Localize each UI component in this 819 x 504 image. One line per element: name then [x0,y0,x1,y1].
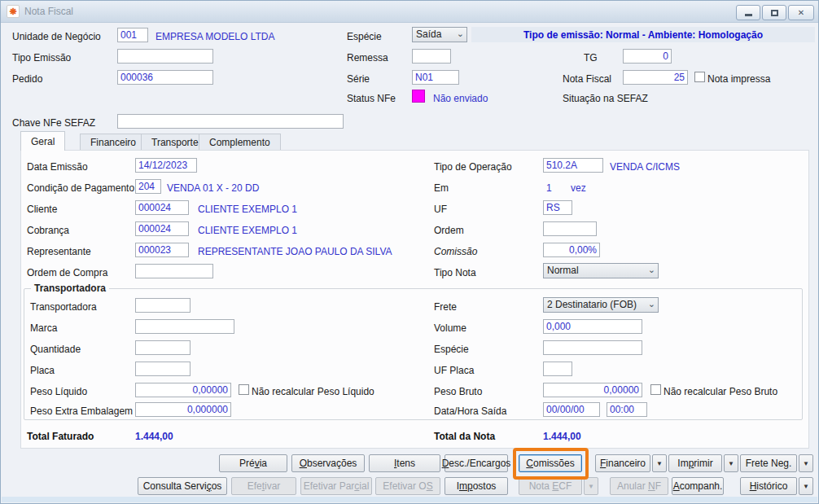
app-icon: ❋ [7,5,20,18]
peso-bruto-field[interactable] [543,383,642,397]
especie-transporte-label: Espécie [434,344,469,355]
pedido-field[interactable] [117,70,213,85]
itens-button[interactable]: Itens [369,454,440,472]
desc-encargos-button[interactable]: Desc./Encargos [445,454,508,472]
representante-field[interactable] [135,243,189,257]
historico-button[interactable]: Histórico [740,477,797,495]
frete-neg-button[interactable]: Frete Neg. [740,454,797,472]
unidade-field[interactable] [117,28,148,42]
nao-recalcular-peso-liquido-checkbox[interactable] [239,384,249,395]
peso-liquido-field[interactable] [135,383,231,397]
chevron-down-icon: ⌄ [648,265,655,275]
dropdown-arrow-icon: ▼ [656,460,663,467]
data-hora-saida-label: Data/Hora Saída [434,405,506,417]
acompanh-button[interactable]: Acompanh. [672,477,724,495]
ordem-label: Ordem [434,225,464,236]
maximize-button[interactable] [762,5,786,20]
consulta-servicos-button[interactable]: Consulta Serviços [138,477,227,495]
data-emissao-field[interactable] [135,158,197,173]
anular-nf-button: Anular NF [610,477,668,495]
tab-financeiro[interactable]: Financeiro [80,134,147,151]
nota-impressa-label: Nota impressa [707,73,770,85]
tab-complemento[interactable]: Complemento [199,134,281,151]
cobranca-label: Cobrança [27,225,69,236]
imprimir-dropdown-button[interactable]: ▼ [724,454,738,472]
maximize-icon [771,10,778,16]
cobranca-field[interactable] [135,221,189,236]
dropdown-arrow-icon: ▼ [803,460,809,467]
comissoes-button[interactable]: Comissões [519,454,582,472]
efetivar-parcial-button: Efetivar Parcial [300,477,372,495]
frete-label: Frete [434,301,457,313]
data-saida-field[interactable] [543,402,600,417]
peso-extra-label: Peso Extra Embalagem [30,405,133,417]
chevron-down-icon: ⌄ [457,28,464,39]
serie-field[interactable] [412,70,459,85]
dropdown-arrow-icon: ▼ [588,483,594,490]
tipo-emissao-field[interactable] [117,49,213,64]
financeiro-dropdown-button[interactable]: ▼ [652,454,667,472]
quantidade-field[interactable] [135,340,191,355]
chave-nfe-label: Chave NFe SEFAZ [12,117,95,129]
peso-extra-field[interactable] [135,402,231,417]
especie-label: Espécie [347,31,382,42]
minimize-button[interactable] [736,5,760,20]
especie-select[interactable]: Saída⌄ [412,27,467,42]
uf-field[interactable] [543,200,572,215]
placa-label: Placa [30,365,55,376]
uf-placa-field[interactable] [543,362,572,376]
observacoes-button[interactable]: Observações [291,454,365,472]
peso-liquido-label: Peso Líquido [30,386,87,397]
frete-neg-dropdown-button[interactable]: ▼ [799,454,813,472]
cobranca-desc: CLIENTE EXEMPLO 1 [198,225,297,236]
historico-dropdown-button[interactable]: ▼ [799,477,813,495]
chave-nfe-field[interactable] [117,114,344,129]
nota-impressa-checkbox[interactable] [694,72,705,82]
uf-placa-label: UF Placa [434,365,474,376]
hora-saida-field[interactable] [607,402,647,417]
remessa-field[interactable] [412,49,451,64]
chevron-down-icon: ⌄ [648,299,655,309]
marca-field[interactable] [135,319,234,334]
volume-field[interactable] [543,319,642,334]
impostos-button[interactable]: Impostos [445,477,508,495]
total-faturado-value: 1.444,00 [135,431,173,442]
tg-field[interactable] [623,49,672,64]
ordem-compra-field[interactable] [135,264,213,278]
nota-fiscal-label: Nota Fiscal [563,73,611,85]
nao-recalcular-peso-bruto-checkbox[interactable] [650,384,661,395]
status-nfe-label: Status NFe [347,93,396,104]
nota-fiscal-window: ❋ Nota Fiscal ✕ Unidade de Negócio EMPRE… [0,0,819,504]
efetivar-os-button: Efetivar OS [375,477,440,495]
transportadora-label: Transportadora [30,301,97,313]
situacao-sefaz-label: Situação na SEFAZ [563,93,648,104]
remessa-label: Remessa [347,52,388,64]
tipo-operacao-field[interactable] [543,158,603,173]
condicao-pagamento-field[interactable] [135,179,161,194]
especie-transporte-field[interactable] [543,340,642,355]
tg-label: TG [584,52,598,64]
close-icon: ✕ [798,8,804,17]
condicao-pagamento-label: Condição de Pagamento [27,182,134,194]
uf-label: UF [434,204,447,215]
nao-recalcular-peso-bruto-label: Não recalcular Peso Bruto [664,386,777,397]
tipo-nota-select[interactable]: Normal⌄ [543,263,659,278]
em-value: 1 [546,182,552,194]
frete-select[interactable]: 2 Destinatario (FOB)⌄ [543,297,659,313]
comissao-field[interactable] [543,243,600,257]
pedido-label: Pedido [12,73,42,85]
cliente-field[interactable] [135,200,189,215]
nota-fiscal-field[interactable] [623,70,688,85]
tab-geral[interactable]: Geral [20,131,65,151]
quantidade-label: Quantidade [30,344,81,355]
tipo-nota-label: Tipo Nota [434,267,476,278]
close-button[interactable]: ✕ [788,5,814,20]
placa-field[interactable] [135,362,191,376]
status-nfe-indicator [412,90,425,103]
financeiro-button[interactable]: Financeiro [595,454,650,472]
transportadora-field[interactable] [135,298,191,313]
imprimir-button[interactable]: Imprimir [668,454,722,472]
nota-ecf-dropdown-button: ▼ [584,477,598,495]
ordem-field[interactable] [543,221,597,236]
previa-button[interactable]: Prévia [219,454,287,472]
